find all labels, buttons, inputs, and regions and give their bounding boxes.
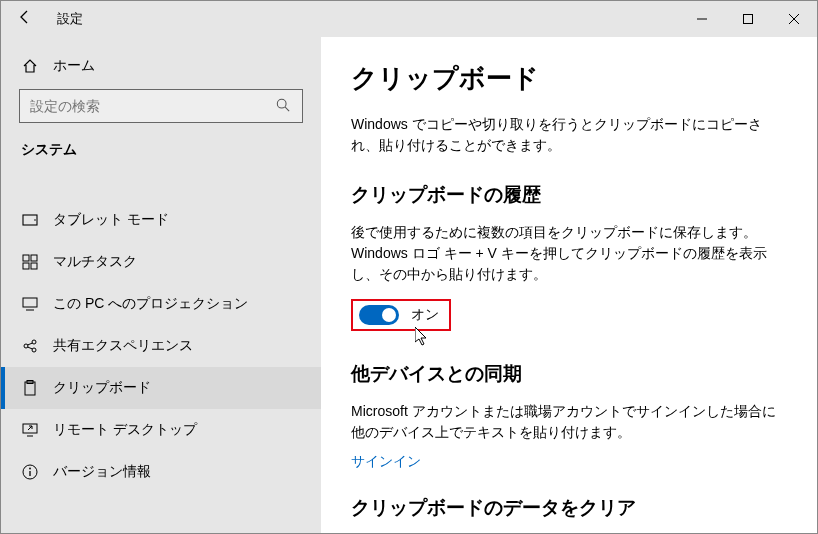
section-history-heading: クリップボードの履歴	[351, 182, 787, 208]
tablet-icon	[21, 212, 39, 228]
home-link[interactable]: ホーム	[1, 49, 321, 89]
search-icon	[276, 98, 292, 115]
sidebar-item-remote-desktop[interactable]: リモート デスクトップ	[1, 409, 321, 451]
history-toggle-highlight: オン	[351, 299, 451, 331]
search-input[interactable]	[30, 98, 276, 114]
svg-rect-12	[23, 298, 37, 307]
sidebar-item-clipboard[interactable]: クリップボード	[1, 367, 321, 409]
sidebar-item-label: マルチタスク	[53, 253, 137, 271]
sidebar-nav: タブレット モード マルチタスク この PC へのプロジェクション 共有エクスペ…	[1, 199, 321, 493]
sidebar-item-tablet-mode[interactable]: タブレット モード	[1, 199, 321, 241]
svg-rect-8	[23, 255, 29, 261]
projection-icon	[21, 296, 39, 312]
home-icon	[21, 58, 39, 74]
section-sync-desc: Microsoft アカウントまたは職場アカウントでサインインした場合に他のデバ…	[351, 401, 787, 443]
remote-desktop-icon	[21, 422, 39, 438]
page-title: クリップボード	[351, 61, 787, 96]
share-icon	[21, 338, 39, 354]
close-button[interactable]	[771, 3, 817, 35]
sidebar-item-label: この PC へのプロジェクション	[53, 295, 248, 313]
svg-point-4	[277, 99, 286, 108]
minimize-button[interactable]	[679, 3, 725, 35]
section-history-desc: 後で使用するために複数の項目をクリップボードに保存します。Windows ロゴ …	[351, 222, 787, 285]
sidebar-item-label: クリップボード	[53, 379, 151, 397]
clipboard-icon	[21, 380, 39, 396]
svg-line-5	[285, 107, 289, 111]
multitask-icon	[21, 254, 39, 270]
sidebar-item-label: タブレット モード	[53, 211, 169, 229]
window-title: 設定	[49, 10, 83, 28]
sidebar-item-shared-exp[interactable]: 共有エクスペリエンス	[1, 325, 321, 367]
svg-rect-10	[23, 263, 29, 269]
section-clear-heading: クリップボードのデータをクリア	[351, 495, 787, 521]
svg-line-17	[28, 347, 33, 349]
signin-link[interactable]: サインイン	[351, 453, 421, 471]
svg-point-7	[34, 219, 36, 221]
cursor-icon	[415, 327, 431, 347]
svg-rect-9	[31, 255, 37, 261]
titlebar: 設定	[1, 1, 817, 37]
maximize-button[interactable]	[725, 3, 771, 35]
back-button[interactable]	[1, 9, 49, 29]
sidebar-item-projection[interactable]: この PC へのプロジェクション	[1, 283, 321, 325]
svg-line-16	[28, 343, 33, 345]
sidebar-item-label: リモート デスクトップ	[53, 421, 197, 439]
sidebar: ホーム システム タブレット モード マルチタスク	[1, 37, 321, 533]
sidebar-item-multitask[interactable]: マルチタスク	[1, 241, 321, 283]
home-label: ホーム	[53, 57, 95, 75]
sidebar-group-title: システム	[1, 141, 321, 171]
info-icon	[21, 464, 39, 480]
search-box[interactable]	[19, 89, 303, 123]
sidebar-item-label: バージョン情報	[53, 463, 151, 481]
content-pane: クリップボード Windows でコピーや切り取りを行うとクリップボードにコピー…	[321, 37, 817, 533]
sidebar-item-label: 共有エクスペリエンス	[53, 337, 193, 355]
section-sync-heading: 他デバイスとの同期	[351, 361, 787, 387]
svg-rect-1	[744, 15, 753, 24]
history-toggle-label: オン	[411, 306, 439, 324]
svg-point-23	[29, 468, 31, 470]
sidebar-item-about[interactable]: バージョン情報	[1, 451, 321, 493]
window-controls	[679, 3, 817, 35]
page-intro: Windows でコピーや切り取りを行うとクリップボードにコピーされ、貼り付ける…	[351, 114, 787, 156]
history-toggle[interactable]	[359, 305, 399, 325]
svg-rect-11	[31, 263, 37, 269]
